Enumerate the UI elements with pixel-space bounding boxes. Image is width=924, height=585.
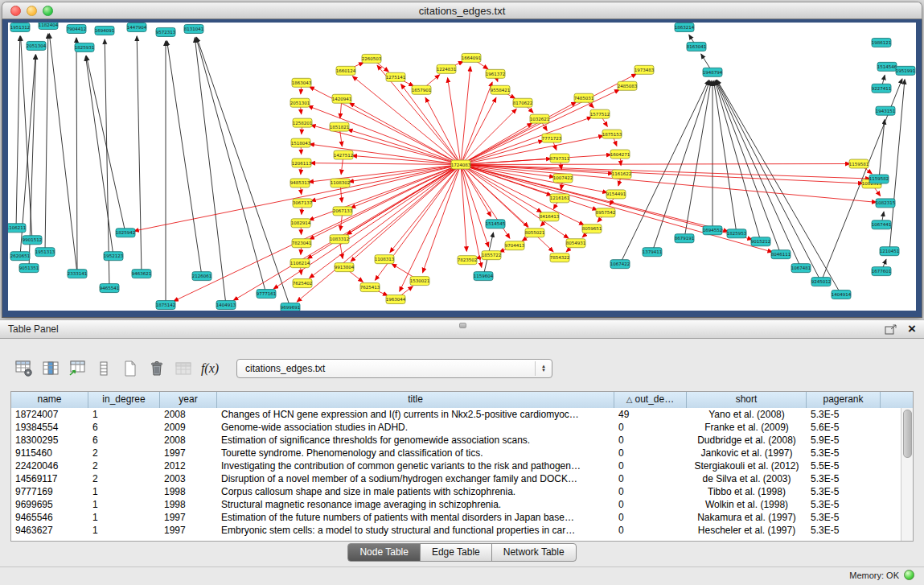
network-node[interactable]: 9558421 [491,85,510,94]
network-node[interactable]: 9704413 [505,241,525,250]
network-node[interactable]: 3067137 [293,199,313,208]
network-node[interactable]: 1106211 [8,224,26,233]
tab-network-table[interactable]: Network Table [491,543,577,562]
network-node[interactable]: 1825953 [727,229,747,238]
network-node[interactable]: 1258201 [293,118,312,127]
network-node[interactable]: 1664091 [462,53,481,62]
scrollbar-thumb[interactable] [903,410,912,458]
tab-edge-table[interactable]: Edge Table [420,543,492,562]
network-edge[interactable] [401,84,461,165]
network-node[interactable]: 1951313 [35,248,55,257]
network-node[interactable]: 1963044 [386,295,406,304]
network-edge[interactable] [350,103,461,164]
network-node[interactable]: 1855722 [482,251,501,260]
network-node[interactable]: 1007422 [553,174,573,183]
network-node[interactable]: 1875142 [156,301,175,310]
float-panel-icon[interactable] [885,323,898,336]
network-node[interactable]: 1660124 [336,66,356,75]
network-node[interactable]: 8054931 [566,239,585,248]
network-node[interactable]: 1067481 [791,264,811,273]
table-row[interactable]: 977716911998Corpus callosum shape and si… [11,485,901,498]
function-builder-icon[interactable]: f(x) [199,356,221,381]
table-row[interactable]: 1456911722003Disruption of a novel membe… [11,472,901,485]
network-edge[interactable] [348,130,462,165]
network-node[interactable]: 1427512 [334,150,353,159]
network-node[interactable]: 7904412 [67,24,86,33]
network-node[interactable]: 1108313 [375,255,395,264]
network-edge[interactable] [353,76,462,165]
network-node[interactable]: 9463621 [132,270,151,278]
network-node[interactable]: 1518043 [291,138,311,147]
network-node[interactable]: 1973483 [634,65,655,74]
network-node[interactable]: 9572313 [156,27,176,36]
network-node[interactable]: 1863214 [675,23,695,31]
network-node[interactable]: 8170622 [513,98,532,107]
network-node[interactable]: 1514546 [877,62,897,71]
network-node[interactable]: 1379411 [643,248,662,257]
network-edge[interactable] [21,36,32,240]
network-edge[interactable] [45,34,48,252]
table-source-dropdown[interactable]: citations_edges.txt ▲▼ [236,359,552,378]
network-node[interactable]: 1851821 [330,122,349,131]
network-edge[interactable] [137,36,142,274]
network-node[interactable]: 1159582 [869,175,889,183]
network-node[interactable]: 1825942 [116,229,135,237]
table-row[interactable]: 1830029562008Estimation of significance … [11,434,901,447]
network-node[interactable]: 9485313 [290,179,310,187]
network-node[interactable]: 1577512 [590,109,610,118]
network-edge[interactable] [461,164,850,165]
table-row[interactable]: 911546021997Tourette syndrome. Phenomeno… [11,447,901,459]
network-edge[interactable] [310,163,461,165]
network-node[interactable]: 8059651 [582,225,602,233]
table-row[interactable]: 969969511998Structural magnetic resonanc… [11,498,901,511]
network-node[interactable]: 7485031 [574,93,593,102]
network-node[interactable]: 7823502 [458,256,477,265]
network-node[interactable]: 8679191 [675,234,694,243]
network-node[interactable]: 9227411 [872,84,891,93]
new-table-icon[interactable] [119,356,142,381]
column-header-name[interactable]: name [11,392,88,408]
network-node[interactable]: 8046111 [771,250,791,259]
network-node[interactable]: 1159581 [849,159,869,168]
network-node[interactable]: 1159604 [474,272,494,281]
network-node[interactable]: 2067133 [333,207,353,216]
network-edge[interactable] [461,136,603,165]
table-row[interactable]: 1938455462009Genome-wide association stu… [11,421,901,434]
column-header-in_degree[interactable]: in_degree [88,392,160,408]
network-node[interactable]: 1694552 [703,226,722,235]
network-node[interactable]: 1724083 [451,160,471,169]
network-node[interactable]: 1951991 [896,66,915,75]
network-node[interactable]: 2126061 [192,272,211,281]
column-header-title[interactable]: title [217,392,614,408]
table-row[interactable]: 2242004622012Investigating the contribut… [11,459,901,472]
network-edge[interactable] [76,38,77,274]
network-edge[interactable] [167,41,202,276]
network-edge[interactable] [461,89,619,164]
table-row[interactable]: 946554611997Estimation of the future num… [11,511,901,524]
network-node[interactable]: 1863043 [292,78,312,87]
network-node[interactable]: 8055021 [525,229,544,237]
network-node[interactable]: 2260503 [362,54,382,63]
delete-table-icon[interactable] [146,356,168,381]
network-node[interactable]: 9051351 [19,264,39,273]
network-node[interactable]: 2051301 [290,98,310,107]
network-node[interactable]: 1952123 [104,252,124,261]
table-row[interactable]: 946362711997Embryonic stem cells: a mode… [11,524,901,537]
network-node[interactable]: 1108302 [331,179,350,187]
network-edge[interactable] [715,80,761,241]
network-edge[interactable] [461,67,470,165]
import-table-icon[interactable] [66,356,88,381]
network-edge[interactable] [684,81,711,239]
network-node[interactable]: 8416413 [540,212,560,221]
network-edge[interactable] [196,38,266,295]
network-node[interactable]: 1082914 [291,219,311,228]
table-settings-icon[interactable] [13,356,35,381]
network-node[interactable]: 1657901 [412,85,431,94]
network-edge[interactable] [714,81,737,234]
network-node[interactable]: 1067422 [610,260,630,269]
close-panel-icon[interactable]: × [908,323,916,335]
select-columns-icon[interactable] [39,356,62,381]
network-edge[interactable] [461,165,877,203]
column-header-year[interactable]: year [160,392,217,408]
network-node[interactable]: 1825931 [75,43,94,51]
